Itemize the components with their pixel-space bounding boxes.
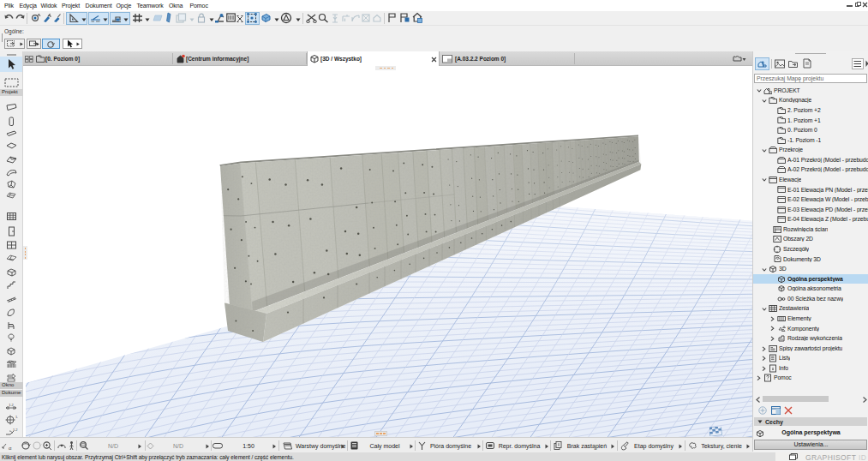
svg-text:1.2: 1.2 — [15, 415, 18, 419]
svg-text:1.2: 1.2 — [9, 403, 14, 407]
svg-text:α: α — [9, 446, 12, 451]
svg-text:1.2: 1.2 — [13, 428, 18, 432]
